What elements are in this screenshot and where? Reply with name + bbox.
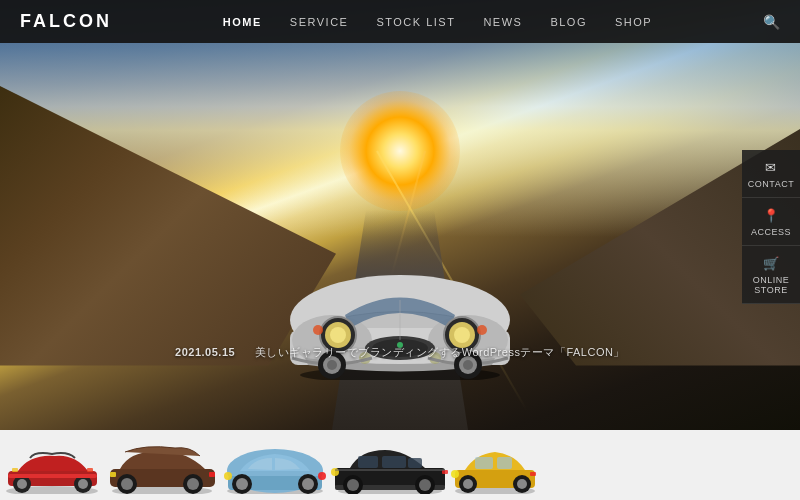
sidebar: ✉CONTACT📍ACCESS🛒ONLINE STORE xyxy=(742,150,800,304)
svg-rect-67 xyxy=(497,457,512,469)
svg-rect-41 xyxy=(209,472,215,477)
svg-rect-73 xyxy=(530,472,536,476)
svg-point-71 xyxy=(517,479,527,489)
svg-point-23 xyxy=(463,360,473,370)
svg-point-37 xyxy=(121,478,133,490)
svg-point-20 xyxy=(327,360,337,370)
hero-background xyxy=(0,0,800,430)
sidebar-btn-access[interactable]: 📍ACCESS xyxy=(742,198,800,246)
nav-item-news[interactable]: NEWS xyxy=(483,16,522,28)
svg-point-14 xyxy=(313,325,323,335)
svg-point-7 xyxy=(330,327,346,343)
svg-point-69 xyxy=(463,479,473,489)
svg-rect-40 xyxy=(110,472,116,477)
svg-point-58 xyxy=(347,479,359,491)
svg-point-15 xyxy=(477,325,487,335)
sidebar-btn-online-store[interactable]: 🛒ONLINE STORE xyxy=(742,246,800,304)
svg-rect-55 xyxy=(408,458,422,468)
strip-car-3 xyxy=(220,435,330,495)
car-strip xyxy=(0,430,800,500)
svg-point-28 xyxy=(17,479,27,489)
strip-car-1 xyxy=(0,435,105,495)
caption-bar: 2021.05.15 美しいギャラリーでブランディングするWordPressテー… xyxy=(175,345,625,360)
svg-point-60 xyxy=(419,479,431,491)
svg-rect-33 xyxy=(87,468,93,472)
svg-rect-53 xyxy=(358,456,378,468)
strip-car-5 xyxy=(450,435,540,495)
svg-rect-31 xyxy=(8,474,97,478)
svg-rect-63 xyxy=(335,469,445,471)
logo: FALCON xyxy=(20,11,112,32)
svg-rect-66 xyxy=(475,457,493,469)
sidebar-icon-0: ✉ xyxy=(746,160,796,175)
svg-point-10 xyxy=(454,327,470,343)
svg-point-39 xyxy=(187,478,199,490)
svg-point-48 xyxy=(302,478,314,490)
sidebar-icon-1: 📍 xyxy=(746,208,796,223)
sidebar-btn-contact[interactable]: ✉CONTACT xyxy=(742,150,800,198)
svg-point-30 xyxy=(78,479,88,489)
header: FALCON HOMESERVICESTOCK LISTNEWSBLOGSHOP… xyxy=(0,0,800,43)
caption-date: 2021.05.15 xyxy=(175,346,235,358)
nav-item-stock-list[interactable]: STOCK LIST xyxy=(376,16,455,28)
nav: HOMESERVICESTOCK LISTNEWSBLOGSHOP xyxy=(223,16,652,28)
svg-rect-54 xyxy=(382,456,406,468)
search-icon[interactable]: 🔍 xyxy=(763,14,780,30)
strip-car-4 xyxy=(330,435,450,495)
nav-item-shop[interactable]: SHOP xyxy=(615,16,652,28)
svg-point-46 xyxy=(236,478,248,490)
sidebar-icon-2: 🛒 xyxy=(746,256,796,271)
nav-item-service[interactable]: SERVICE xyxy=(290,16,349,28)
svg-point-50 xyxy=(318,472,326,480)
nav-item-home[interactable]: HOME xyxy=(223,16,262,28)
svg-point-72 xyxy=(451,470,459,478)
svg-point-49 xyxy=(224,472,232,480)
strip-car-2 xyxy=(105,435,220,495)
caption-text: 美しいギャラリーでブランディングするWordPressテーマ「FALCON」 xyxy=(255,346,625,358)
hero: 2021.05.15 美しいギャラリーでブランディングするWordPressテー… xyxy=(0,0,800,430)
svg-rect-32 xyxy=(12,468,18,472)
nav-item-blog[interactable]: BLOG xyxy=(550,16,587,28)
